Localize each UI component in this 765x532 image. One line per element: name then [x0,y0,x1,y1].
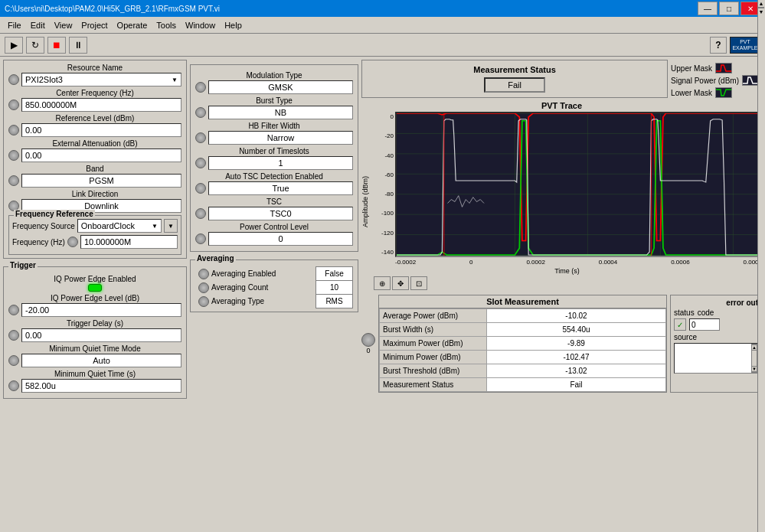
avg-type-knob [198,296,209,307]
y-tick-7: -140 [381,249,394,256]
main-scrollbar[interactable]: ▲ ▼ [757,57,765,532]
avg-type-value[interactable]: RMS [316,295,353,308]
hb-filter-value[interactable]: Narrow [208,131,353,145]
min-quiet-time-value[interactable]: 582.00u [21,379,181,393]
averaging-title: Averaging [195,254,236,263]
timeslots-knob [195,158,206,168]
menu-help[interactable]: Help [220,19,247,31]
trigger-group: Trigger IQ Power Edge Enabled IQ Power E… [3,266,187,399]
resource-name-dropdown[interactable]: PXI2Slot3 ▼ [21,73,181,86]
error-source-label: source [674,333,697,341]
menu-project[interactable]: Project [77,19,112,31]
power-ctrl-value[interactable]: 0 [208,232,353,246]
scroll-up-button[interactable]: ▲ [751,344,757,351]
y-tick-4: -80 [384,191,394,197]
hb-filter-knob [195,132,206,143]
legend-signal-power: Signal Power (dBm) [671,75,759,86]
error-source-box: ▲ ▼ [674,343,758,374]
freq-source-dropdown[interactable]: OnboardClock ▼ [77,219,162,233]
timeslots-value[interactable]: 1 [208,156,353,170]
toolbar-stop-button[interactable]: ⏹ [47,37,66,54]
legend-lower-mask-label: Lower Mask [671,89,712,97]
chart-zoom-button[interactable]: ⊕ [374,276,391,290]
slot-value-2: -9.89 [487,337,666,351]
slot-knob[interactable] [361,333,375,347]
min-quiet-time-label: Minimum Quiet Time (s) [8,370,181,378]
center-freq-value[interactable]: 850.000000M [21,98,181,112]
legend-upper-mask-label: Upper Mask [671,64,712,73]
toolbar-pause-button[interactable]: ⏸ [69,37,87,54]
resource-name-knob [8,74,19,85]
measurement-status-box: Measurement Status Fail [361,60,668,98]
iq-power-edge-label: IQ Power Edge Enabled [8,275,181,283]
modulation-section: Modulation Type GMSK Burst Type NB HB Fi… [190,64,358,252]
slot-value-3: -102.47 [487,351,666,364]
frequency-value[interactable]: 10.000000M [80,235,178,249]
freq-source-label: Frequency Source [12,222,75,230]
legend-lower-mask: Lower Mask [671,87,759,98]
freq-source-menu-button[interactable]: ▼ [164,219,178,233]
toolbar-refresh-button[interactable]: ↻ [26,37,44,54]
slot-value-1: 554.40u [487,323,666,337]
menu-file[interactable]: File [3,19,26,31]
error-scrollbar[interactable]: ▲ ▼ [751,344,757,373]
iq-power-edge-led[interactable] [88,284,102,292]
slot-value-0: -10.02 [487,309,666,323]
auto-tsc-value[interactable]: True [208,181,353,195]
avg-count-value[interactable]: 10 [316,281,353,295]
menu-bar: File Edit View Project Operate Tools Win… [0,17,765,34]
auto-tsc-knob [195,183,206,194]
ext-atten-value[interactable]: 0.00 [21,149,181,162]
legend-signal-power-label: Signal Power (dBm) [671,77,739,85]
tsc-value[interactable]: TSC0 [208,207,353,220]
menu-window[interactable]: Window [181,19,220,31]
iq-level-value[interactable]: -20.00 [21,303,181,317]
avg-count-knob [198,282,209,293]
slot-row-4: Burst Threshold (dBm) -13.02 [380,364,666,378]
menu-view[interactable]: View [50,19,77,31]
y-axis-label: Amplitude (dBm) [361,112,369,292]
avg-enabled-knob [198,269,209,279]
maximize-button[interactable]: □ [719,2,739,15]
legend-area: Upper Mask Signal Power (dBm) Lower Mask [671,63,759,98]
signal-power-icon [742,75,759,86]
mod-type-value[interactable]: GMSK [208,80,353,94]
chart-toolbar: ⊕ ✥ ⊡ [372,275,762,292]
burst-type-value[interactable]: NB [208,106,353,119]
upper-mask-icon [715,63,732,73]
toolbar-run-button[interactable]: ▶ [5,37,23,54]
iq-level-knob [8,305,19,315]
band-value[interactable]: PGSM [21,174,181,188]
x-tick-3: 0.0004 [599,259,617,266]
avg-type-label: Averaging Type [211,297,264,305]
right-panel: Measurement Status Fail Upper Mask Signa… [361,60,762,529]
pvt-trace-title: PVT Trace [361,101,762,110]
chart-pan-button[interactable]: ✥ [392,276,409,290]
menu-edit[interactable]: Edit [26,19,50,31]
x-tick-2: 0.0002 [526,259,544,266]
slot-row-1: Burst Width (s) 554.40u [380,323,666,337]
trigger-delay-knob [8,330,19,341]
avg-enabled-value[interactable]: False [316,267,353,281]
y-tick-6: -120 [381,230,394,237]
scroll-down-button[interactable]: ▼ [751,366,757,372]
avg-enabled-label: Averaging Enabled [211,269,276,278]
slot-label-3: Minimum Power (dBm) [380,351,487,364]
center-freq-label: Center Frequency (Hz) [8,89,181,97]
error-status-label: status [674,308,695,317]
legend-upper-mask: Upper Mask [671,63,759,73]
hb-filter-label: HB Filter Width [195,122,353,130]
pvt-trace-chart [395,112,762,257]
min-quiet-mode-value[interactable]: Auto [21,354,181,367]
ref-level-value[interactable]: 0.00 [21,123,181,137]
menu-tools[interactable]: Tools [152,19,181,31]
avg-count-label: Averaging Count [211,283,268,292]
trigger-delay-value[interactable]: 0.00 [21,328,181,342]
ext-atten-label: External Attenuation (dB) [8,139,181,148]
help-button[interactable]: ? [710,37,727,54]
slot-row-0: Average Power (dBm) -10.02 [380,309,666,323]
menu-operate[interactable]: Operate [113,19,152,31]
slot-row-3: Minimum Power (dBm) -102.47 [380,351,666,364]
chart-cursor-button[interactable]: ⊡ [410,276,427,290]
minimize-button[interactable]: — [698,2,718,15]
